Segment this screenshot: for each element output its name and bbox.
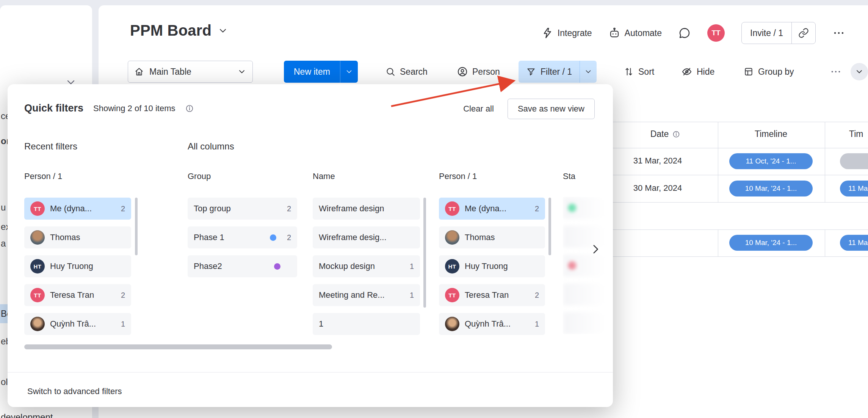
table-gridline: [591, 256, 868, 257]
filter-chip-me[interactable]: TT Me (dyna... 2: [439, 198, 545, 220]
quick-filters-popup: Quick filters Showing 2 of 10 items Clea…: [8, 84, 613, 407]
table-column-divider: [718, 229, 718, 256]
popup-title: Quick filters: [24, 102, 83, 114]
table-gridline: [591, 202, 868, 203]
filter-column-header: Name: [313, 171, 420, 182]
table-gridline: [591, 175, 868, 175]
filter-column-header: Person / 1: [24, 171, 131, 182]
column-header-date[interactable]: Date: [641, 129, 690, 139]
popup-divider: [8, 372, 613, 372]
filter-chip-mockup-design[interactable]: Mockup design 1: [313, 255, 420, 277]
info-icon[interactable]: [672, 130, 680, 138]
filter-chip-meeting[interactable]: Meeting and Re... 1: [313, 284, 420, 306]
filter-chip-1[interactable]: 1: [313, 313, 420, 335]
column-header-timeline[interactable]: Timeline: [729, 129, 813, 139]
column-scrollbar[interactable]: [423, 198, 426, 308]
avatar: TT: [445, 288, 459, 302]
filter-column-header: Group: [188, 171, 297, 182]
next-columns-button[interactable]: [587, 240, 604, 258]
date-cell[interactable]: 31 Mar, 2024: [622, 156, 694, 166]
screen: ce or u ex a Bo eb ol development PPM Bo…: [0, 0, 868, 418]
timeline-pill[interactable]: 10 Mar, '24 - 1...: [729, 235, 813, 251]
column-scrollbar[interactable]: [548, 198, 551, 255]
section-recent-filters: Recent filters: [24, 141, 77, 152]
filter-column-person: Person / 1 TT Me (dyna... 2 Thomas HT Hu…: [439, 171, 545, 335]
table-column-divider: [718, 122, 718, 202]
column-header-time-partial[interactable]: Tim: [849, 129, 863, 139]
avatar-photo: [445, 317, 459, 331]
group-color-dot: [274, 263, 280, 270]
chevron-right-icon: [589, 243, 602, 256]
filter-chip-teresa-tran[interactable]: TT Teresa Tran 2: [439, 284, 545, 306]
filter-chip-quynh[interactable]: Quỳnh Trâ... 1: [24, 313, 131, 335]
timeline-pill[interactable]: 11 Mar: [840, 235, 868, 251]
filter-column-group: Group Top group 2 Phase 1 2 Phase2: [188, 171, 297, 277]
section-all-columns: All columns: [188, 141, 234, 152]
table-column-divider: [825, 229, 825, 256]
date-cell[interactable]: 30 Mar, 2024: [622, 183, 694, 193]
avatar: TT: [30, 201, 45, 216]
switch-to-advanced-filters-link[interactable]: Switch to advanced filters: [27, 387, 122, 396]
filter-chip-phase-2[interactable]: Phase2: [188, 255, 297, 277]
filter-column-status-partial: Sta: [563, 171, 612, 182]
timeline-pill[interactable]: 11 Oct, '24 - 1...: [729, 153, 813, 169]
horizontal-scrollbar[interactable]: [24, 344, 332, 349]
timeline-pill[interactable]: 10 Mar, '24 - 1...: [729, 181, 813, 196]
table-gridline: [591, 148, 868, 148]
popup-header-actions: Clear all Save as new view: [463, 99, 595, 119]
avatar: HT: [30, 259, 45, 273]
filter-column-recent-person: Person / 1 TT Me (dyna... 2 Thomas HT Hu…: [24, 171, 131, 335]
timeline-pill-empty[interactable]: [840, 153, 868, 169]
filter-chip-wireframe-design-2[interactable]: Wireframe desig...: [313, 226, 420, 248]
popup-subtitle: Showing 2 of 10 items: [93, 104, 175, 113]
status-chips-faded: [563, 197, 613, 334]
avatar: TT: [30, 288, 45, 302]
filter-column-header: Person / 1: [439, 171, 545, 182]
group-color-dot: [270, 234, 276, 241]
filter-column-header: Sta: [563, 171, 612, 182]
avatar: TT: [445, 201, 459, 216]
column-scrollbar[interactable]: [135, 198, 138, 255]
filter-chip-thomas[interactable]: Thomas: [24, 226, 131, 248]
avatar-photo: [445, 230, 459, 245]
filter-chip-top-group[interactable]: Top group 2: [188, 198, 297, 220]
info-icon[interactable]: [185, 104, 194, 113]
timeline-pill[interactable]: 11 Mar: [840, 181, 868, 196]
table-gridline: [591, 229, 868, 230]
avatar: HT: [445, 259, 459, 273]
filter-chip-huy-truong[interactable]: HT Huy Truong: [439, 255, 545, 277]
filter-chip-phase-1[interactable]: Phase 1 2: [188, 226, 297, 248]
filter-chip-thomas[interactable]: Thomas: [439, 226, 545, 248]
filter-chip-me[interactable]: TT Me (dyna... 2: [24, 198, 131, 220]
filter-chip-huy-truong[interactable]: HT Huy Truong: [24, 255, 131, 277]
popup-header: Quick filters Showing 2 of 10 items: [24, 102, 194, 114]
avatar-photo: [30, 230, 45, 245]
filter-chip-quynh[interactable]: Quỳnh Trâ... 1: [439, 313, 545, 335]
save-as-new-view-button[interactable]: Save as new view: [508, 99, 595, 119]
filter-chip-teresa-tran[interactable]: TT Teresa Tran 2: [24, 284, 131, 306]
table-column-divider: [825, 122, 825, 202]
filter-chip-wireframe-design[interactable]: Wireframe design: [313, 198, 420, 220]
table-gridline: [591, 122, 868, 122]
clear-all-button[interactable]: Clear all: [463, 104, 494, 114]
filter-column-name: Name Wireframe design Wireframe desig...…: [313, 171, 420, 335]
avatar-photo: [30, 317, 45, 331]
